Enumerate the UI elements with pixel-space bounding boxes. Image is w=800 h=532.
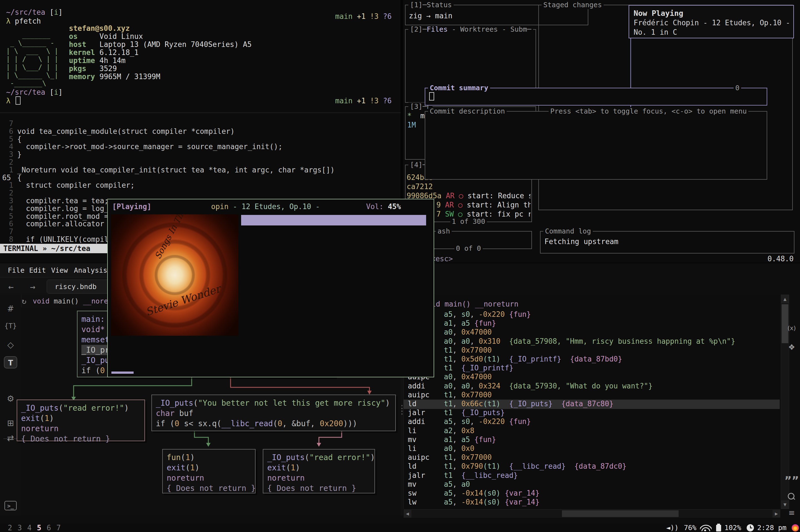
back-arrow-button[interactable]: ← [8,282,14,292]
volume-indicator: Vol: 45% [366,203,401,211]
node-line: noreturn [267,473,371,483]
fetch-user: stefan@s00.xyz [69,24,130,33]
node-line: exit(1) [267,462,371,473]
search-icon[interactable] [788,493,795,499]
playback-progress[interactable] [111,372,134,374]
workspace-6[interactable]: 6 [46,524,51,532]
disassembly-pane[interactable]: void main() __noreturn a5, s0, -0x220 {f… [403,294,780,509]
hscroll-thumb[interactable] [562,510,678,517]
line-number: 1 [1,166,13,173]
commit-description-popup[interactable]: Commit description Press <tab> to toggle… [425,111,767,179]
instruction-row[interactable]: auipct1, 0x77000 [408,454,492,461]
instruction-row[interactable]: mva1, a5 {fun} [408,436,496,443]
node-line: noreturn [21,423,141,434]
stack-view-icon[interactable]: ❖ [783,343,800,351]
code-line[interactable]: compiler.tea = tea; [17,197,109,204]
code-line[interactable]: compiler.allocator = a [17,220,122,227]
prompt-path: ~/src/tea [i] [6,8,63,17]
workspace-2[interactable]: 2 [8,524,12,532]
line-number: 7 [1,228,13,235]
node-line: { Does not return } [267,483,371,493]
code-line[interactable]: if (UNLIKELY(compiler [17,236,117,243]
comments-icon[interactable]: ”” [783,475,800,486]
graph-node-riscy[interactable]: _IO_puts("You better not let this get mo… [151,395,396,431]
horizontal-scrollbar[interactable]: ◀ ▶ [404,509,780,518]
types-icon[interactable]: {T} [0,323,21,329]
node-line: _IO_puts("read error!") [21,403,141,413]
terminal-cursor[interactable] [16,96,21,105]
line-number: 6 [1,128,13,135]
wifi-icon[interactable] [700,524,712,531]
line-number: 1 [1,182,13,189]
graph-node-read-error[interactable]: _IO_puts("read error!")exit(1)noreturn{ … [17,400,145,441]
instruction-row[interactable]: addia5, s0, -0x220 {fun} [408,418,531,425]
menu-edit[interactable]: Edit [29,267,46,274]
speaker-icon[interactable]: ◄)) [666,524,678,532]
instruction-row[interactable]: a0, a0, 0x310 {data_57908, "Hmm, riscy b… [408,338,735,345]
workspace-5[interactable]: 5 [37,524,41,532]
line-number: 6 [1,220,13,227]
command-log-content: Fetching upstream [544,238,618,246]
instruction-row[interactable]: t1, 0x5d0(t1) {_IO_printf} {data_87bd0} [408,356,622,363]
refresh-icon[interactable]: ↻ [22,297,26,306]
instruction-row[interactable]: addia0, a0, 0x324 {data_57930, "What do … [408,382,652,390]
scroll-right-arrow[interactable]: ▶ [773,510,780,517]
scroll-left-arrow[interactable]: ◀ [404,510,411,517]
graph-node-read-error-2[interactable]: _IO_puts("read error!")exit(1)noreturn{ … [263,449,375,493]
now-playing-title: opin - 12 Etudes, Op.10 - [211,203,320,211]
terminal-tab-bar[interactable]: TERMINAL » ~/src/tea [0,244,109,253]
instruction-row[interactable]: mva5, a0 [408,481,470,488]
workspace-3[interactable]: 3 [18,524,22,532]
fetch-entry: kernel6.12.18_1 [69,49,138,57]
code-line[interactable]: compiler->root_mod->source_manager = sou… [17,143,282,150]
workspace-4[interactable]: 4 [27,524,32,532]
instruction-row[interactable]: lwa5, -0x14(s0) {var_14} [408,498,539,506]
code-line[interactable]: compiler.root_mod = NU [17,213,122,220]
commit-summary-popup[interactable]: Commit summary 0 [425,88,767,106]
instruction-row[interactable]: jalrt1 {_IO_puts} [408,409,505,416]
album-title-text: Songs In The Key of Life [153,214,210,261]
terminal-icon[interactable]: >_ [4,501,17,510]
log-view-icon[interactable]: ≡ [783,509,800,517]
desktop: ~/src/tea [i] main +1 !3 ?6 λ pfetch ___… [0,0,800,532]
line-number: 4 [1,205,13,212]
code-line[interactable]: { [17,174,22,181]
player-state: [Playing] [112,203,151,211]
now-playing-notification[interactable]: Now Playing Frédéric Chopin - 12 Etudes,… [629,5,794,38]
instruction-row[interactable]: swa5, -0x14(s0) {var_14} [408,490,539,497]
graph-node-fun[interactable]: fun(1)exit(1)noreturn{ Does not return } [162,449,256,493]
album-art: Songs In The Key of Life Stevie Wonder [111,214,238,336]
gitui-version: 0.48.0 [767,255,794,263]
menu-view[interactable]: View [51,267,68,274]
forward-arrow-button[interactable]: → [30,282,35,292]
variables-icon[interactable]: (x) [783,325,800,331]
code-line[interactable]: } [17,151,22,158]
instruction-row[interactable]: ldt1, 0x66c(t1) {_IO_puts} {data_87c80} [408,400,614,407]
code-line[interactable]: void tea_compile_module(struct compiler … [17,128,235,135]
code-line[interactable]: struct compiler compiler; [17,182,135,189]
workspace-7[interactable]: 7 [56,524,61,532]
code-line[interactable]: compiler.log = log_in [17,205,117,212]
line-number: 2 [1,158,13,166]
commit-row[interactable]: 9 AR ○ start: Align the [436,201,531,209]
instruction-row[interactable]: lia2, 0x8 [408,427,475,434]
right-icon-strip: (x)❖””≡↺ [783,294,800,515]
node-line: noreturn [167,473,251,483]
line-number: 5 [1,135,13,143]
code-line[interactable]: { [17,135,22,143]
type-inspector-icon[interactable]: T [4,356,17,368]
instruction-row[interactable]: jalrt1 {__libc_read} [408,472,518,479]
symbols-icon[interactable]: # [0,305,21,313]
fire-tray-icon[interactable] [792,524,799,531]
instruction-row[interactable]: lia0, 0x0 [408,445,475,452]
code-line[interactable]: _Noreturn void tea_compiler_init(struct … [17,166,335,173]
commit-input-cursor[interactable] [429,92,434,100]
instruction-row[interactable]: auipct1, 0x77000 [408,391,492,398]
menu-analysis[interactable]: Analysis [74,267,107,274]
instruction-row[interactable]: ldt1, 0x790(t1) {__libc_read} {data_87dc… [408,462,627,470]
prompt-path-2: ~/src/tea [i] [6,88,63,97]
menu-file[interactable]: File [8,267,24,274]
tags-icon[interactable]: ◇ [0,341,21,349]
node-line: exit(1) [21,413,141,423]
commit-row[interactable]: 7 SW ○ start: fix pc re [436,210,531,218]
